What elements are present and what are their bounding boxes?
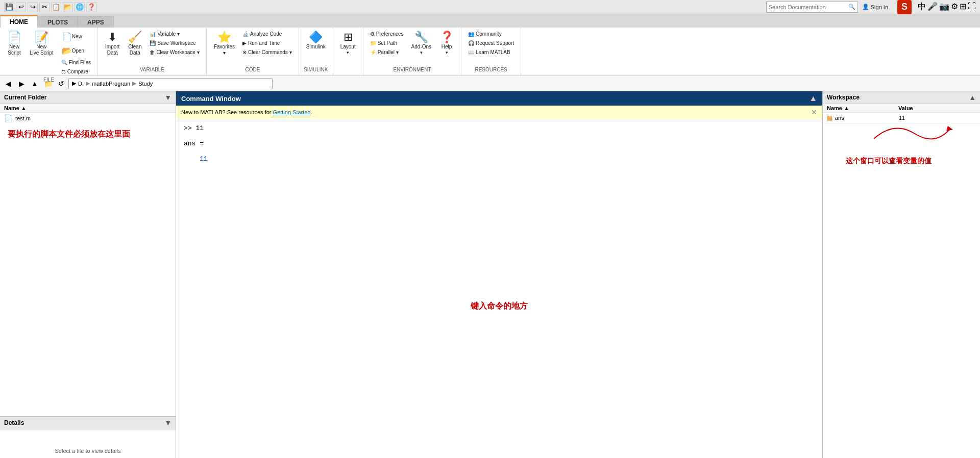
notification-bar: New to MATLAB? See resources for Getting…	[176, 106, 822, 119]
quick-cut-icon[interactable]: ✂	[39, 2, 50, 12]
open-button[interactable]: 📂 Open	[59, 44, 93, 58]
quick-access-toolbar: 💾 ↩ ↪ ✂ 📋 📂 🌐 ❓	[4, 2, 96, 12]
getting-started-link[interactable]: Getting Started	[273, 109, 311, 115]
list-item[interactable]: 📄 test.m	[0, 113, 176, 124]
help-button[interactable]: ❓ Help ▾	[436, 30, 457, 57]
back-button[interactable]: ◀	[2, 78, 14, 90]
workspace-title: Workspace	[827, 94, 860, 101]
quick-redo-icon[interactable]: ↪	[28, 2, 38, 12]
user-icon: 👤	[862, 4, 869, 10]
details-title: Details	[4, 419, 24, 426]
add-ons-button[interactable]: 🔧 Add-Ons ▾	[408, 30, 434, 57]
address-bar[interactable]: ▶ D: ▶ matlabProgram ▶ Study	[68, 78, 273, 89]
ribbon: 📄 New Script 📝 NewLive Script 📄 New 📂 Op…	[0, 28, 980, 76]
add-ons-icon: 🔧	[414, 32, 428, 43]
find-files-button[interactable]: 🔍 Find Files	[59, 58, 93, 67]
community-button[interactable]: 👥 Community	[465, 30, 517, 38]
quick-undo-icon[interactable]: ↩	[16, 2, 26, 12]
clear-workspace-button[interactable]: 🗑 Clear Workspace ▾	[147, 48, 202, 57]
tab-apps[interactable]: APPS	[78, 16, 114, 28]
cmd-annotation: 键入命令的地方	[471, 301, 528, 312]
run-icon: ▶	[242, 40, 247, 46]
file-list: 📄 test.m 要执行的脚本文件必须放在这里面	[0, 113, 176, 416]
ribbon-group-variable: ⬇ ImportData 🧹 CleanData 📊 Variable ▾ 💾	[98, 28, 207, 75]
tab-home[interactable]: HOME	[0, 15, 38, 28]
set-path-button[interactable]: 📁 Set Path	[368, 39, 406, 47]
lang-icon-1[interactable]: 中	[918, 2, 926, 12]
folder-annotation: 要执行的脚本文件必须放在这里面	[0, 124, 176, 145]
simulink-icon: 🔷	[309, 32, 323, 43]
quick-open-icon[interactable]: 📂	[63, 2, 73, 12]
cmd-maximize-button[interactable]: ▲	[809, 94, 817, 103]
settings-icon[interactable]: ⚙	[951, 2, 958, 12]
layout-group-content: ⊞ Layout ▾	[337, 30, 359, 71]
import-data-button[interactable]: ⬇ ImportData	[102, 30, 122, 58]
new-live-script-button[interactable]: 📝 NewLive Script	[27, 30, 57, 58]
cmd-line-1: >> 11	[184, 124, 815, 132]
tab-bar: HOME PLOTS APPS	[0, 14, 980, 28]
mic-icon[interactable]: 🎤	[927, 2, 938, 12]
up-button[interactable]: ▲	[29, 78, 41, 90]
variable-dropdown-button[interactable]: 📊 Variable ▾	[147, 30, 202, 38]
variable-group-content: ⬇ ImportData 🧹 CleanData 📊 Variable ▾ 💾	[102, 30, 202, 66]
details-menu[interactable]: ▼	[164, 419, 172, 427]
file-type-icon: 📄	[4, 114, 13, 122]
folder-panel-menu[interactable]: ▼	[164, 93, 172, 101]
new-script-button[interactable]: 📄 New Script	[4, 30, 24, 58]
analyze-code-button[interactable]: 🔬 Analyze Code	[240, 30, 295, 38]
workspace-menu[interactable]: ▲	[969, 93, 976, 101]
command-window-panel: Command Window ▲ New to MATLAB? See reso…	[176, 91, 823, 458]
simulink-button[interactable]: 🔷 Simulink	[303, 30, 329, 52]
new-script-icon: 📄	[8, 32, 21, 43]
favorites-button[interactable]: ⭐ Favorites▾	[211, 30, 238, 58]
name-col-header[interactable]: Name ▲	[4, 105, 27, 111]
cmd-output-label: ans =	[184, 140, 815, 147]
workspace-panel: Workspace ▲ Name ▲ Value ▦ ans 11 这个窗口可以…	[823, 91, 980, 458]
prefs-icon: ⚙	[370, 31, 375, 37]
help-icon: ❓	[440, 32, 454, 43]
search-input[interactable]	[769, 4, 847, 10]
quick-browse-icon[interactable]: 🌐	[75, 2, 85, 12]
ws-value-col: Value	[898, 105, 976, 111]
refresh-button[interactable]: ↺	[55, 78, 67, 90]
address-toolbar: ◀ ▶ ▲ 📁 ↺ ▶ D: ▶ matlabProgram ▶ Study	[0, 76, 980, 91]
quick-copy-icon[interactable]: 📋	[51, 2, 61, 12]
quick-save-icon[interactable]: 💾	[4, 2, 14, 12]
quick-help-icon[interactable]: ❓	[86, 2, 96, 12]
search-icon[interactable]: 🔍	[848, 4, 855, 10]
save-workspace-button[interactable]: 💾 Save Workspace	[147, 39, 202, 47]
clean-data-button[interactable]: 🧹 CleanData	[125, 30, 145, 58]
help-chevron-icon: ▾	[446, 50, 448, 55]
tab-plots[interactable]: PLOTS	[38, 16, 78, 28]
browse-button[interactable]: 📁	[42, 78, 54, 90]
ws-name-col[interactable]: Name ▲	[827, 105, 893, 111]
file-actions-col: 📄 New 📂 Open 🔍 Find Files ⚖ Compare	[59, 30, 93, 76]
search-bar[interactable]: 🔍	[766, 2, 858, 13]
grid-icon[interactable]: ⊞	[960, 2, 966, 12]
request-support-button[interactable]: 🎧 Request Support	[465, 39, 517, 47]
learn-matlab-button[interactable]: 📖 Learn MATLAB	[465, 48, 517, 57]
signin-button[interactable]: 👤 Sign In	[862, 4, 888, 10]
run-and-time-button[interactable]: ▶ Run and Time	[240, 39, 295, 47]
save-ws-icon: 💾	[150, 40, 156, 46]
simulink-group-content: 🔷 Simulink	[303, 30, 329, 66]
open-icon: 📂	[62, 46, 72, 56]
addr-sep-1: ▶	[86, 80, 90, 87]
clear-ws-chevron-icon: ▾	[197, 49, 200, 55]
clear-commands-button[interactable]: ⊗ Clear Commands ▾	[240, 48, 295, 57]
camera-icon[interactable]: 📷	[939, 2, 949, 12]
workspace-col-headers: Name ▲ Value	[823, 104, 980, 113]
forward-button[interactable]: ▶	[15, 78, 28, 90]
file-name: test.m	[15, 115, 31, 121]
compare-button[interactable]: ⚖ Compare	[59, 67, 93, 76]
expand-icon[interactable]: ⛶	[968, 2, 976, 12]
cmd-content[interactable]: >> 11 ans = 11 键入命令的地方	[176, 119, 822, 458]
ribbon-group-environment: ⚙ Preferences 📁 Set Path ⚡ Parallel ▾ 🔧	[363, 28, 461, 75]
analyze-icon: 🔬	[242, 31, 249, 37]
preferences-button[interactable]: ⚙ Preferences	[368, 30, 406, 38]
notification-close-button[interactable]: ✕	[811, 108, 817, 116]
parallel-button[interactable]: ⚡ Parallel ▾	[368, 48, 406, 57]
layout-button[interactable]: ⊞ Layout ▾	[337, 30, 359, 57]
new-button[interactable]: 📄 New	[59, 30, 93, 43]
ribbon-group-file: 📄 New Script 📝 NewLive Script 📄 New 📂 Op…	[0, 28, 98, 75]
